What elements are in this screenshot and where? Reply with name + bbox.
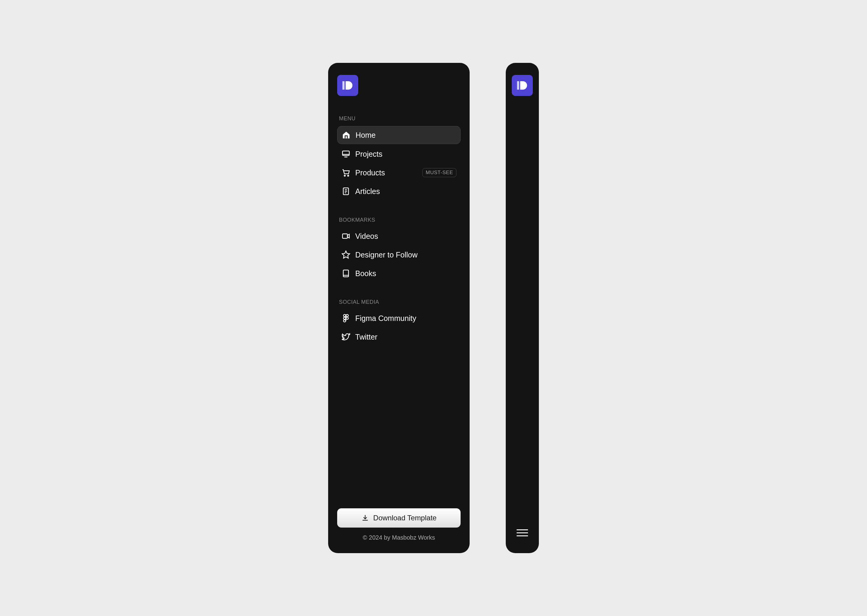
book-icon <box>341 269 350 278</box>
svg-point-17 <box>344 320 346 322</box>
section-social: SOCIAL MEDIA Figma Community Twitter <box>337 293 460 347</box>
section-title-menu: MENU <box>337 115 460 122</box>
sidebar-item-twitter[interactable]: Twitter <box>337 328 460 346</box>
svg-rect-1 <box>342 151 350 156</box>
sidebar-item-home[interactable]: Home <box>337 126 460 144</box>
sidebar-collapsed <box>506 63 539 553</box>
section-title-social: SOCIAL MEDIA <box>337 299 460 305</box>
section-title-bookmarks: BOOKMARKS <box>337 217 460 223</box>
sidebar-item-label: Twitter <box>355 333 456 341</box>
logo[interactable] <box>337 75 358 96</box>
svg-point-14 <box>346 314 348 317</box>
sidebar-item-label: Figma Community <box>355 314 456 323</box>
monitor-icon <box>341 149 350 159</box>
sidebar-item-videos[interactable]: Videos <box>337 227 460 245</box>
sidebar-item-label: Designer to Follow <box>355 251 456 259</box>
sidebar-item-label: Articles <box>355 187 456 196</box>
document-icon <box>341 187 350 196</box>
sidebar-item-books[interactable]: Books <box>337 265 460 282</box>
badge-must-see: MUST-SEE <box>422 168 456 177</box>
hamburger-line <box>517 530 528 530</box>
svg-point-13 <box>344 314 346 317</box>
video-icon <box>341 232 350 240</box>
svg-point-4 <box>344 175 345 176</box>
hamburger-line <box>517 533 528 533</box>
cart-icon <box>341 168 350 177</box>
sidebar-item-label: Books <box>355 269 456 278</box>
svg-point-16 <box>346 317 348 319</box>
svg-rect-11 <box>343 270 348 277</box>
sidebar-item-designer[interactable]: Designer to Follow <box>337 246 460 264</box>
hamburger-menu-button[interactable] <box>517 525 528 541</box>
logo[interactable] <box>512 75 533 96</box>
sidebar-item-label: Products <box>355 168 418 177</box>
svg-point-15 <box>344 317 346 319</box>
svg-rect-0 <box>342 81 345 90</box>
svg-rect-10 <box>342 234 347 239</box>
logo-icon <box>516 79 529 92</box>
hamburger-line <box>517 535 528 536</box>
section-bookmarks: BOOKMARKS Videos Designer to Follow Book… <box>337 211 460 283</box>
sidebar-item-label: Videos <box>355 232 456 240</box>
star-icon <box>341 250 350 259</box>
logo-icon <box>341 79 354 92</box>
sidebar-item-products[interactable]: Products MUST-SEE <box>337 164 460 181</box>
home-icon <box>342 130 351 140</box>
svg-point-5 <box>348 175 349 176</box>
sidebar-item-figma[interactable]: Figma Community <box>337 310 460 327</box>
download-icon <box>361 514 369 522</box>
sidebar-item-label: Projects <box>355 150 456 159</box>
download-button[interactable]: Download Template <box>337 508 460 528</box>
figma-icon <box>341 314 350 323</box>
sidebar-item-label: Home <box>356 131 456 140</box>
download-button-label: Download Template <box>373 514 437 522</box>
sidebar-expanded: MENU Home Projects Products MUST-SEE Ar <box>328 63 470 553</box>
svg-rect-19 <box>517 81 519 90</box>
copyright-text: © 2024 by Masbobz Works <box>337 534 460 541</box>
twitter-icon <box>341 332 350 341</box>
section-menu: MENU Home Projects Products MUST-SEE Ar <box>337 110 460 201</box>
sidebar-item-articles[interactable]: Articles <box>337 182 460 200</box>
sidebar-item-projects[interactable]: Projects <box>337 145 460 163</box>
